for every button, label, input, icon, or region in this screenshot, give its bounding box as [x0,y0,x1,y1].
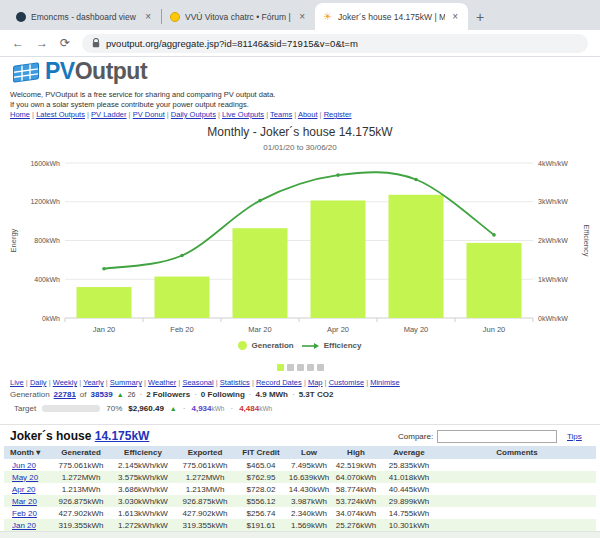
rank-link[interactable]: 22781 [54,390,76,399]
monthly-output-table: Month ▾GeneratedEfficiencyExportedFIT Cr… [4,446,596,531]
cell-comments [438,483,596,495]
nav-link-daily-outputs[interactable]: Daily Outputs [171,110,216,119]
view-link-daily[interactable]: Daily [30,378,47,387]
table-row-jan-20: Jan 20319.355kWh1.272kWh/kW319.355kWh$19… [4,519,596,531]
x-axis-label: Apr 20 [327,325,349,334]
compare-widget: Compare: [398,430,557,443]
left-axis-tick: 0kWh [42,315,60,322]
nav-link-teams[interactable]: Teams [270,110,292,119]
bar-may-20 [389,195,444,318]
pager-dot-4[interactable] [307,364,314,371]
cell-exported: 1.213MWh [174,483,236,495]
address-bar[interactable]: pvoutput.org/aggregate.jsp?id=81146&sid=… [82,34,588,53]
close-icon[interactable]: × [297,11,307,22]
table-bottom-strip [0,531,600,538]
column-header-fit-credit: FIT Credit [236,446,286,459]
column-header-average: Average [380,446,438,459]
new-tab-button[interactable]: + [476,9,484,25]
column-header-month[interactable]: Month ▾ [4,446,50,459]
efficiency-point-jun-20 [492,233,496,237]
column-header-exported: Exported [174,446,236,459]
cell-low: 14.430kWh [286,483,332,495]
emoncms-icon [16,12,26,22]
cell-fit-credit: $556.12 [236,495,286,507]
compare-input[interactable] [437,430,557,443]
chart-title: Monthly - Joker´s house 14.175kW [0,125,600,139]
nav-link-pv-donut[interactable]: PV Donut [133,110,165,119]
view-link-statistics[interactable]: Statistics [220,378,250,387]
followers-count: 2 Followers [146,390,190,399]
cell-exported: 926.875kWh [174,495,236,507]
smiley-icon [170,12,180,22]
view-link-record-dates[interactable]: Record Dates [256,378,302,387]
view-link-seasonal[interactable]: Seasonal [182,378,213,387]
dot-separator: · [183,404,186,413]
generation-dot-icon [238,341,247,350]
cell-average: 10.301kWh [380,519,438,531]
of-label: of [80,390,87,399]
dot-separator: · [292,390,295,399]
month-link-mar-20[interactable]: Mar 20 [12,497,37,506]
x-axis-label: Mar 20 [248,325,271,334]
month-link-may-20[interactable]: May 20 [12,473,38,482]
legend-generation[interactable]: Generation [238,341,293,350]
cell-efficiency: 3.686kWh/kW [112,483,174,495]
tab-emoncms[interactable]: Emoncms - dashboard view × [8,3,161,30]
cell-comments [438,459,596,471]
cell-comments [438,471,596,483]
month-cell: Mar 20 [4,495,50,507]
legend-efficiency[interactable]: Efficiency [302,341,362,350]
pager-dot-1[interactable] [277,364,284,371]
tips-link[interactable]: Tips [567,432,582,441]
view-link-summary[interactable]: Summary [110,378,142,387]
view-link-weather[interactable]: Weather [148,378,176,387]
nav-link-latest-outputs[interactable]: Latest Outputs [36,110,85,119]
cell-generated: 427.902kWh [50,507,112,519]
close-icon[interactable]: × [143,11,153,22]
dot-separator: · [249,390,252,399]
system-size-link[interactable]: 14.175kW [95,429,150,443]
month-link-jun-20[interactable]: Jun 20 [12,461,36,470]
month-link-feb-20[interactable]: Feb 20 [12,509,37,518]
view-link-yearly[interactable]: Yearly [83,378,104,387]
chart-pager [0,364,600,371]
tab-pvoutput-active[interactable]: ☀ Joker´s house 14.175kW | Monthl × [315,3,468,30]
pvoutput-logo[interactable]: PVOutput [12,58,147,85]
view-link-weekly[interactable]: Weekly [53,378,77,387]
month-link-apr-20[interactable]: Apr 20 [12,485,36,494]
view-link-live[interactable]: Live [10,378,24,387]
cell-low: 3.987kWh [286,495,332,507]
cell-generated: 926.875kWh [50,495,112,507]
welcome-line-2: If you own a solar system please contrib… [10,100,249,109]
nav-link-about[interactable]: About [298,110,318,119]
table-row-feb-20: Feb 20427.902kWh1.613kWh/kW427.902kWh$25… [4,507,596,519]
view-link-minimise[interactable]: Minimise [370,378,400,387]
generation-label: Generation [10,390,50,399]
nav-link-pv-ladder[interactable]: PV Ladder [91,110,126,119]
cell-generated: 319.355kWh [50,519,112,531]
month-cell: Jun 20 [4,459,50,471]
cell-efficiency: 1.613kWh/kW [112,507,174,519]
pager-dot-5[interactable] [317,364,324,371]
reload-button[interactable]: ⟳ [60,37,70,49]
back-button[interactable]: ← [12,37,24,49]
solar-panel-icon [12,60,42,84]
nav-link-home[interactable]: Home [10,110,30,119]
month-link-jan-20[interactable]: Jan 20 [12,521,36,530]
cell-comments [438,507,596,519]
nav-link-register[interactable]: Register [324,110,352,119]
tab-strip: Emoncms - dashboard view × VVÚ Vitova ch… [0,0,600,30]
view-link-customise[interactable]: Customise [329,378,364,387]
legend-generation-label: Generation [251,341,293,350]
close-icon[interactable]: × [450,11,460,22]
forward-button[interactable]: → [36,37,48,49]
month-cell: Feb 20 [4,507,50,519]
pager-dot-3[interactable] [297,364,304,371]
nav-link-live-outputs[interactable]: Live Outputs [222,110,264,119]
pager-dot-2[interactable] [287,364,294,371]
view-link-map[interactable]: Map [308,378,323,387]
cell-exported: 1.272MWh [174,471,236,483]
tab-forum[interactable]: VVÚ Vitova chatrc • Fórum | MyP × [162,3,315,30]
cell-high: 58.774kWh [332,483,380,495]
bar-jan-20 [77,287,132,318]
